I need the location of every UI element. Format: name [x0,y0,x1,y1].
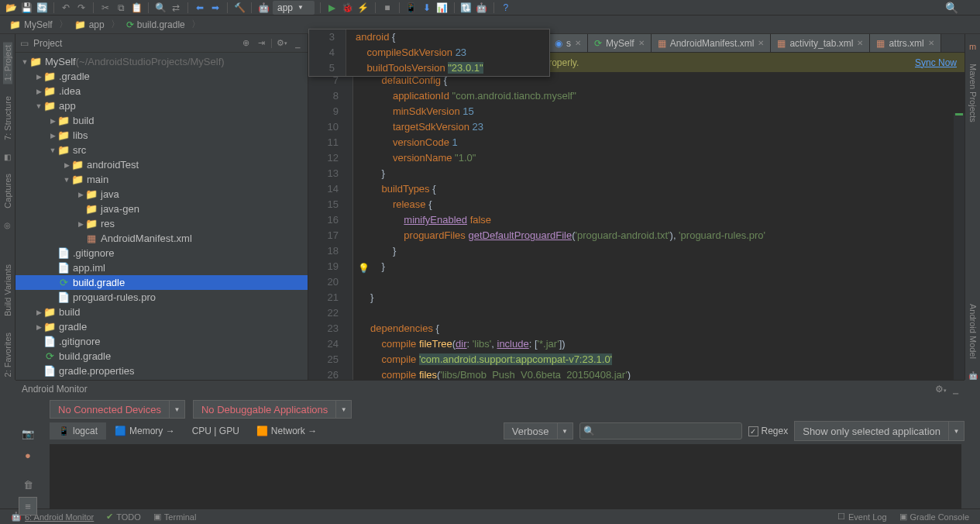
tree-item[interactable]: 📄gradle.properties [15,364,308,378]
tab-logcat[interactable]: 📱logcat [50,422,106,440]
redo-icon[interactable]: ↷ [75,2,88,14]
search-icon: 🔍 [583,426,595,436]
tool-project[interactable]: 1: Project [3,42,12,84]
log-level-combo[interactable]: Verbose▼ [504,422,573,440]
close-icon[interactable]: ✕ [857,39,863,47]
search-everywhere-icon[interactable]: 🔍 [945,2,958,14]
tree-item[interactable]: ▼📁main [15,172,308,187]
open-icon[interactable]: 📂 [5,2,17,14]
gear-icon[interactable]: ⚙▾ [935,384,947,395]
log-search-input[interactable] [579,422,742,440]
logcat-output[interactable] [50,444,961,508]
editor-tab[interactable]: ⟳MySelf✕ [588,34,652,52]
tree-item[interactable]: ▶📁libs [15,128,308,143]
scroll-to-icon[interactable]: ⊕ [240,38,251,49]
avd-icon[interactable]: 📱 [405,2,418,14]
collapse-icon[interactable]: ⇥ [256,38,266,49]
status-event-log[interactable]: ☐Event Log [831,512,893,522]
debug-icon[interactable]: 🐞 [342,2,354,14]
tree-item[interactable]: 📄app.iml [15,260,308,275]
filter-combo[interactable]: Show only selected application▼ [794,421,965,441]
tool-captures[interactable]: Captures [3,171,12,212]
copy-icon[interactable]: ⧉ [115,2,127,14]
tool-maven[interactable]: Maven Projects [968,60,978,126]
replace-icon[interactable]: ⇄ [170,2,182,14]
run-icon[interactable]: ▶ [326,2,339,14]
screenshot-icon[interactable]: 📷 [19,424,37,443]
close-icon[interactable]: ✕ [928,39,934,47]
tree-item[interactable]: ▶📁java [15,187,308,202]
sync-now-link[interactable]: Sync Now [915,57,957,68]
status-terminal[interactable]: ▣Terminal [147,512,203,522]
tree-item[interactable]: ▶📁androidTest [15,157,308,172]
help-icon[interactable]: ? [500,2,512,14]
tree-item[interactable]: ▼📁MySelf (~/AndroidStudioProjects/MySelf… [15,54,308,69]
cut-icon[interactable]: ✂ [99,2,112,14]
tool-structure[interactable]: 7: Structure [3,93,12,143]
tab-network[interactable]: 🟧Network → [248,422,325,440]
device-combo[interactable]: No Connected Devices▼ [50,400,185,419]
tree-item[interactable]: 📄.gitignore [15,334,308,349]
tool-build-variants[interactable]: Build Variants [3,261,12,319]
monitor-icon[interactable]: 📊 [436,2,449,14]
tree-item[interactable]: 📄proguard-rules.pro [15,290,308,305]
tool-android-model[interactable]: Android Model [968,301,978,362]
attach-icon[interactable]: ⚡ [357,2,370,14]
save-icon[interactable]: 💾 [20,2,33,14]
stop-icon[interactable]: ■ [381,2,394,14]
find-icon[interactable]: 🔍 [154,2,167,14]
code-editor[interactable]: 7891011121314151617181920212223242526 de… [308,73,965,380]
back-icon[interactable]: ⬅ [194,2,206,14]
close-icon[interactable]: ✕ [638,39,645,47]
project-panel-header: ▭ Project ⊕ ⇥ ⚙▾ ⎯ [15,34,308,53]
editor-tab[interactable]: ◉s✕ [548,34,588,52]
regex-checkbox[interactable]: ✓Regex [748,426,789,436]
tree-item[interactable]: ▶📁gradle [15,319,308,334]
crumb-app[interactable]: 📁app [71,19,108,31]
tool-favorites[interactable]: 2: Favorites [3,329,12,380]
tree-item[interactable]: 📄.gitignore [15,246,308,260]
tree-item[interactable]: ⟳build.gradle [15,275,308,290]
sdk-icon[interactable]: ⬇ [421,2,433,14]
gear-icon[interactable]: ⚙▾ [277,38,287,49]
tree-item[interactable]: ▶📁build [15,305,308,319]
status-gradle-console[interactable]: ▣Gradle Console [893,512,975,522]
run-config-combo[interactable]: app ▼ [273,1,315,15]
hide-icon[interactable]: ⎯ [292,38,303,49]
undo-icon[interactable]: ↶ [60,2,72,14]
editor-tab[interactable]: ▦attrs.xml✕ [870,34,940,52]
bulb-icon[interactable]: 💡 [358,260,369,271]
scroll-icon[interactable]: ≡ [19,497,37,515]
tree-item[interactable]: 📁java-gen [15,202,308,216]
editor-tab[interactable]: ▦activity_tab.xml✕ [771,34,870,52]
crumb-root[interactable]: 📁MySelf [6,19,56,31]
app-combo[interactable]: No Debuggable Applications▼ [193,400,352,419]
droid-icon: 🤖 [968,371,978,380]
project-tree[interactable]: ▼📁MySelf (~/AndroidStudioProjects/MySelf… [15,53,308,380]
gradle-sync-icon[interactable]: 🔃 [460,2,473,14]
record-icon[interactable]: ● [19,446,37,464]
tree-item[interactable]: ▶📁.gradle [15,69,308,84]
tree-item[interactable]: ▼📁src [15,143,308,157]
tree-item[interactable]: ▦AndroidManifest.xml [15,231,308,246]
tree-item[interactable]: ▼📁app [15,98,308,113]
tree-item[interactable]: ⟳build.gradle [15,349,308,364]
tab-memory[interactable]: 🟦Memory → [106,422,184,440]
crumb-file[interactable]: ⟳build.gradle [123,19,188,31]
editor-tab[interactable]: ▦AndroidManifest.xml✕ [652,34,772,52]
tab-cpu[interactable]: CPU | GPU [184,422,248,440]
sync-icon[interactable]: 🔄 [36,2,48,14]
trash-icon[interactable]: 🗑 [19,475,37,494]
forward-icon[interactable]: ➡ [209,2,222,14]
close-icon[interactable]: ✕ [758,39,764,47]
tree-item[interactable]: ▶📁build [15,113,308,128]
status-todo[interactable]: ✔TODO [100,512,147,522]
tree-item[interactable]: ▶📁.idea [15,84,308,98]
hide-icon[interactable]: ⎯ [953,384,958,395]
paste-icon[interactable]: 📋 [130,2,143,14]
make-icon[interactable]: 🔨 [233,2,246,14]
error-stripe[interactable] [954,113,965,380]
tree-item[interactable]: ▶📁res [15,216,308,231]
close-icon[interactable]: ✕ [575,39,581,47]
android-icon-2[interactable]: 🤖 [476,2,488,14]
